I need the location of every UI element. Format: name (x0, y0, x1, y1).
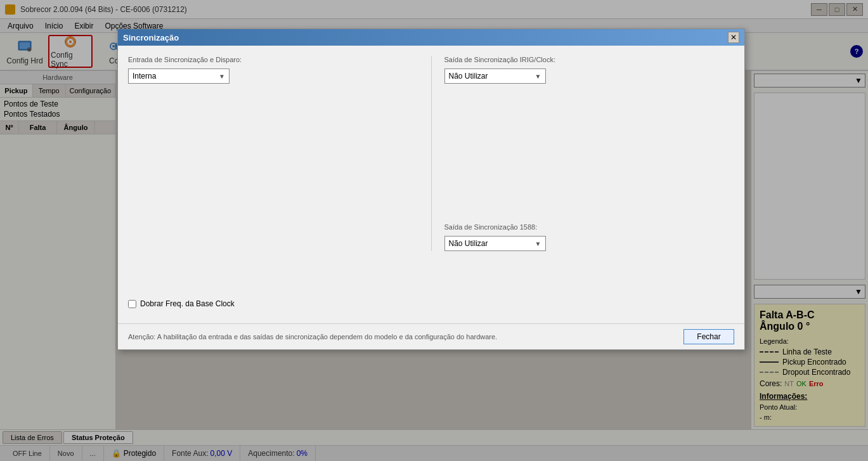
saida-irig-label: Saída de Sincronização IRIG/Clock: (444, 56, 735, 63)
checkbox-area: Dobrar Freq. da Base Clock (128, 289, 734, 313)
dobrar-checkbox[interactable] (128, 300, 136, 308)
entrada-dropdown[interactable]: Interna ▼ (128, 68, 230, 84)
dobrar-checkbox-row: Dobrar Freq. da Base Clock (128, 299, 734, 308)
modal-top-row: Entrada de Sincronização e Disparo: Inte… (128, 56, 734, 251)
footer-text: Atenção: A habilitação da entrada e das … (128, 333, 683, 341)
fechar-button[interactable]: Fechar (683, 329, 734, 344)
entrada-label: Entrada de Sincronização e Disparo: (128, 56, 418, 63)
modal-close-button[interactable]: ✕ (728, 32, 739, 43)
modal-titlebar: Sincronização ✕ (118, 29, 744, 46)
saida-irig-dropdown[interactable]: Não Utilizar ▼ (444, 68, 546, 84)
sincronizacao-dialog: Sincronização ✕ Entrada de Sincronização… (117, 29, 745, 350)
saida-irig-value: Não Utilizar (449, 72, 488, 81)
modal-right-section: Saída de Sincronização IRIG/Clock: Não U… (431, 56, 735, 251)
entrada-dropdown-arrow: ▼ (219, 73, 225, 80)
modal-overlay: Sincronização ✕ Entrada de Sincronização… (0, 0, 868, 461)
saida-1588-arrow: ▼ (535, 240, 541, 247)
saida-1588-value: Não Utilizar (449, 239, 488, 248)
saida-1588-label: Saída de Sincronização 1588: (444, 223, 735, 231)
entrada-value: Interna (133, 72, 156, 81)
dobrar-label: Dobrar Freq. da Base Clock (140, 299, 235, 308)
modal-left-section: Entrada de Sincronização e Disparo: Inte… (128, 56, 418, 251)
saida-1588-dropdown[interactable]: Não Utilizar ▼ (444, 236, 546, 251)
saida-irig-arrow: ▼ (535, 73, 541, 80)
modal-footer: Atenção: A habilitação da entrada e das … (118, 323, 744, 349)
modal-title: Sincronização (123, 33, 179, 42)
modal-body: Entrada de Sincronização e Disparo: Inte… (118, 46, 744, 323)
